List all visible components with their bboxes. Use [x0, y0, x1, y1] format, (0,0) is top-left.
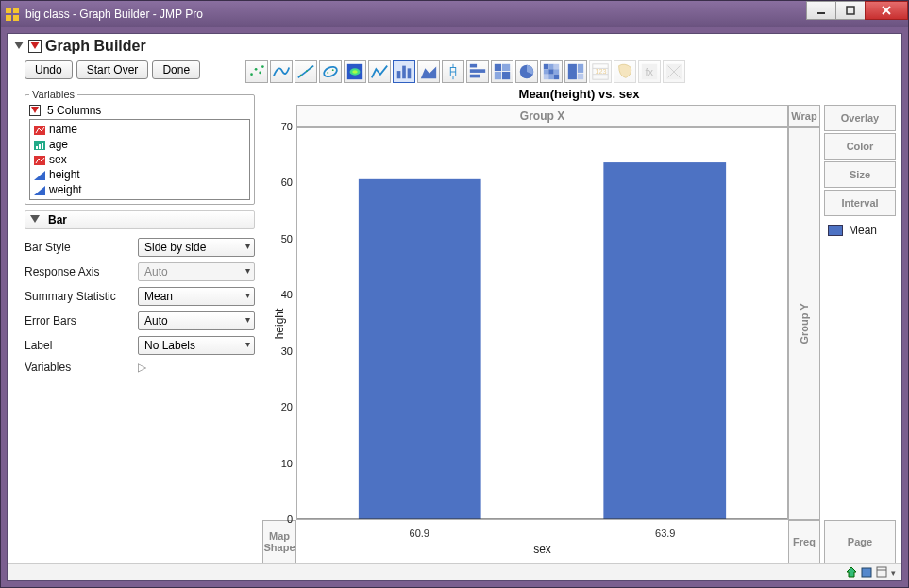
- close-button[interactable]: [865, 1, 908, 20]
- svg-rect-43: [544, 69, 548, 74]
- svg-rect-66: [42, 143, 43, 149]
- svg-rect-38: [502, 72, 510, 79]
- columns-menu[interactable]: [29, 105, 41, 116]
- svg-rect-45: [554, 69, 559, 74]
- label-select[interactable]: No Labels: [138, 336, 255, 355]
- variables-expand-icon[interactable]: ▷: [138, 361, 146, 374]
- label-label: Label: [25, 339, 138, 352]
- chart-type-map-shapes-icon: [614, 60, 636, 83]
- bar[interactable]: [359, 179, 481, 519]
- svg-marker-69: [34, 186, 45, 195]
- svg-marker-61: [31, 107, 39, 113]
- svg-point-23: [352, 70, 357, 74]
- x-axis-label: sex: [533, 543, 551, 556]
- drop-zone-map-shape[interactable]: MapShape: [262, 520, 296, 563]
- y-tick-label: 30: [266, 345, 293, 357]
- start-over-button[interactable]: Start Over: [76, 60, 149, 79]
- variables-legend: Variables: [29, 89, 77, 100]
- svg-rect-33: [470, 75, 480, 78]
- y-tick-label: 10: [266, 458, 293, 469]
- drop-zone-group-x[interactable]: Group X: [296, 105, 788, 127]
- minimize-button[interactable]: [806, 1, 836, 20]
- error-bars-select[interactable]: Auto: [138, 311, 255, 330]
- x-value-label: 63.9: [655, 528, 675, 539]
- legend[interactable]: Mean: [824, 218, 896, 243]
- plot-area[interactable]: [296, 127, 788, 520]
- chart-type-points-icon[interactable]: [245, 60, 268, 83]
- svg-marker-27: [421, 67, 436, 79]
- drop-zone-page[interactable]: Page: [824, 520, 896, 563]
- chart-type-treemap-icon[interactable]: [564, 60, 587, 83]
- chart-type-caption-icon: [663, 60, 685, 83]
- drop-zone-color[interactable]: Color: [824, 133, 896, 160]
- svg-point-11: [255, 68, 258, 71]
- bar-panel-header[interactable]: Bar: [25, 210, 255, 229]
- chart-type-bar-icon[interactable]: [393, 60, 415, 83]
- svg-point-12: [259, 72, 261, 75]
- variable-age[interactable]: age: [32, 137, 247, 152]
- layout-icon[interactable]: [876, 566, 887, 580]
- variable-height[interactable]: height: [32, 167, 247, 182]
- x-axis[interactable]: 60.963.9 sex: [296, 520, 788, 563]
- book-icon[interactable]: [861, 566, 872, 580]
- summary-statistic-select[interactable]: Mean: [138, 287, 255, 306]
- svg-point-17: [311, 67, 312, 69]
- svg-marker-70: [30, 215, 40, 223]
- chart-type-area-icon[interactable]: [417, 60, 440, 83]
- drop-zone-interval[interactable]: Interval: [824, 190, 896, 216]
- drop-zone-freq[interactable]: Freq: [788, 520, 820, 563]
- bar-disclosure[interactable]: [29, 214, 41, 226]
- legend-swatch: [828, 225, 843, 236]
- svg-rect-25: [402, 66, 406, 79]
- window-title: big class - Graph Builder - JMP Pro: [25, 8, 203, 21]
- svg-rect-1: [13, 8, 19, 13]
- drop-zone-group-y[interactable]: Group Y: [788, 127, 820, 520]
- chart-type-histogram-icon[interactable]: [466, 60, 489, 83]
- dropdown-icon[interactable]: ▾: [891, 568, 896, 578]
- drop-zone-overlay[interactable]: Overlay: [824, 105, 896, 131]
- variables-prop-label: Variables: [25, 361, 138, 374]
- svg-rect-24: [397, 71, 401, 78]
- variable-weight[interactable]: weight: [32, 182, 247, 197]
- svg-rect-0: [6, 8, 11, 13]
- drop-zone-size[interactable]: Size: [824, 161, 896, 188]
- svg-rect-37: [495, 72, 501, 79]
- x-value-label: 60.9: [410, 528, 429, 539]
- y-tick-label: 50: [266, 233, 293, 244]
- y-tick-label: 0: [266, 513, 293, 525]
- columns-count-label: 5 Columns: [47, 104, 101, 117]
- statusbar: ▾: [8, 563, 901, 580]
- disclosure-toggle[interactable]: [13, 41, 25, 52]
- done-button[interactable]: Done: [152, 60, 200, 79]
- drop-zone-wrap[interactable]: Wrap: [788, 105, 820, 127]
- titlebar: big class - Graph Builder - JMP Pro: [1, 1, 908, 27]
- red-triangle-menu[interactable]: [28, 40, 42, 53]
- home-icon[interactable]: [846, 566, 857, 580]
- svg-text:123: 123: [596, 67, 607, 76]
- chart-type-smoother-icon[interactable]: [270, 60, 293, 83]
- chart-type-parallel-icon: 123: [589, 60, 612, 83]
- chart-type-heatmap-icon[interactable]: [540, 60, 563, 83]
- undo-button[interactable]: Undo: [25, 60, 73, 79]
- chart-type-line-of-fit-icon[interactable]: [295, 60, 317, 83]
- svg-marker-72: [847, 567, 856, 577]
- variables-list: nameagesexheightweight: [29, 119, 250, 200]
- svg-point-18: [323, 65, 339, 78]
- svg-rect-32: [470, 69, 485, 73]
- bar[interactable]: [603, 162, 726, 519]
- error-bars-label: Error Bars: [25, 314, 138, 328]
- maximize-button[interactable]: [835, 1, 866, 20]
- svg-rect-42: [554, 64, 559, 69]
- chart-type-mosaic-icon[interactable]: [491, 60, 513, 83]
- chart-type-pie-icon[interactable]: [515, 60, 538, 83]
- svg-point-13: [261, 65, 264, 68]
- variable-sex[interactable]: sex: [32, 152, 247, 167]
- bar-style-select[interactable]: Side by side: [138, 238, 255, 257]
- chart-type-ellipse-icon[interactable]: [319, 60, 342, 83]
- variable-name[interactable]: name: [32, 122, 247, 137]
- y-axis[interactable]: height 010203040506070: [262, 127, 296, 520]
- bar-style-label: Bar Style: [25, 241, 138, 254]
- chart-type-boxplot-icon[interactable]: [442, 60, 464, 83]
- chart-type-contour-icon[interactable]: [344, 60, 366, 83]
- chart-type-line-icon[interactable]: [368, 60, 391, 83]
